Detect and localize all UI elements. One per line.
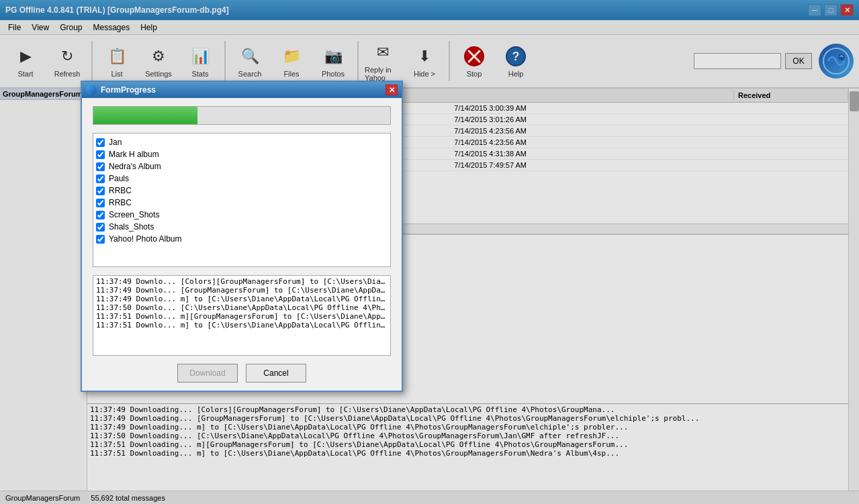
album-checkbox-screenshots[interactable]	[96, 211, 105, 219]
album-label: Screen_Shots	[109, 210, 159, 219]
album-checkbox-jan[interactable]	[96, 138, 105, 147]
list-item[interactable]: Screen_Shots	[96, 209, 388, 221]
list-item[interactable]: Yahoo! Photo Album	[96, 233, 388, 245]
album-checkbox-yahoo[interactable]	[96, 235, 105, 244]
form-progress-dialog: FormProgress ✕ Jan Mark H album	[81, 81, 403, 392]
log-line: 11:37:51 Downlo... m] to [C:\Users\Diane…	[96, 321, 388, 330]
album-checkbox-shals[interactable]	[96, 223, 105, 232]
modal-overlay: FormProgress ✕ Jan Mark H album	[0, 0, 859, 504]
list-item[interactable]: RRBC	[96, 185, 388, 197]
album-label: Mark H album	[109, 150, 159, 159]
album-label: Shals_Shots	[109, 222, 154, 232]
album-label: RRBC	[109, 186, 132, 195]
list-item[interactable]: Nedra's Album	[96, 160, 388, 172]
progress-bar-fill	[93, 107, 197, 124]
album-checkbox-pauls[interactable]	[96, 174, 105, 183]
album-checkbox-rrbc2[interactable]	[96, 199, 105, 207]
album-checkbox-markh[interactable]	[96, 150, 105, 159]
modal-title: FormProgress	[101, 85, 156, 95]
list-item[interactable]: Pauls	[96, 172, 388, 185]
modal-buttons: Download Cancel	[93, 364, 391, 383]
album-checkbox-nedra[interactable]	[96, 162, 105, 171]
modal-titlebar: FormProgress ✕	[82, 82, 402, 98]
list-item[interactable]: Shals_Shots	[96, 221, 388, 233]
log-line: 11:37:49 Downlo... m] to [C:\Users\Diane…	[96, 295, 388, 303]
log-line: 11:37:49 Downlo... [GroupManagersForum] …	[96, 286, 388, 295]
modal-log: 11:37:49 Downlo... [Colors][GroupManager…	[93, 275, 391, 356]
download-button[interactable]: Download	[177, 364, 238, 383]
modal-icon	[86, 85, 97, 95]
log-line: 11:37:51 Downlo... m][GroupManagersForum…	[96, 312, 388, 321]
modal-body: Jan Mark H album Nedra's Album Pauls RRB…	[82, 98, 402, 391]
log-line: 11:37:49 Downlo... [Colors][GroupManager…	[96, 277, 388, 286]
log-line: 11:37:50 Downlo... [C:\Users\Diane\AppDa…	[96, 303, 388, 312]
list-item[interactable]: RRBC	[96, 197, 388, 209]
list-item[interactable]: Jan	[96, 136, 388, 148]
modal-title-area: FormProgress	[86, 85, 156, 95]
list-item[interactable]: Mark H album	[96, 148, 388, 160]
album-label: Jan	[109, 138, 122, 147]
album-checkbox-rrbc1[interactable]	[96, 187, 105, 195]
album-list[interactable]: Jan Mark H album Nedra's Album Pauls RRB…	[93, 133, 391, 267]
cancel-button[interactable]: Cancel	[246, 364, 306, 383]
album-label: Pauls	[109, 174, 129, 183]
album-label: Yahoo! Photo Album	[109, 234, 182, 244]
modal-close-button[interactable]: ✕	[386, 85, 398, 95]
progress-bar-container	[93, 106, 391, 125]
album-label: RRBC	[109, 198, 132, 207]
album-label: Nedra's Album	[109, 162, 161, 171]
